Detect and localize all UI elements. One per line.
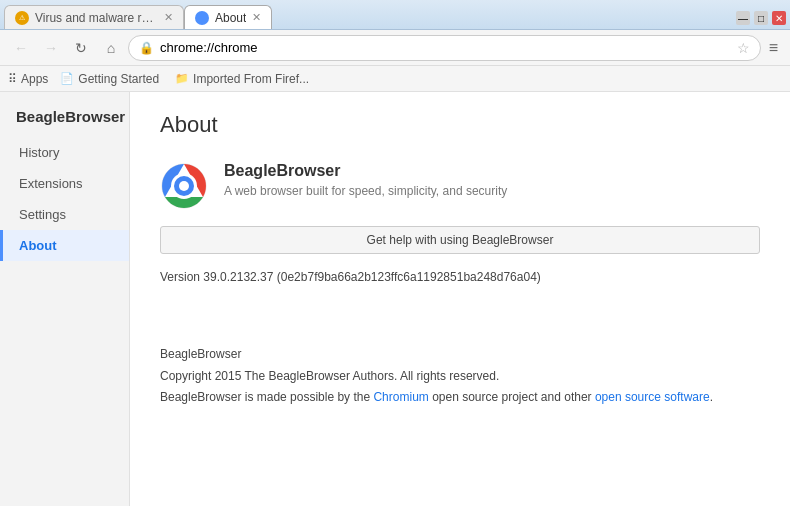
titlebar: ⚠ Virus and malware remov... ✕ About ✕ —… [0, 0, 790, 30]
chromium-link[interactable]: Chromium [373, 390, 428, 404]
open-source-link[interactable]: open source software [595, 390, 710, 404]
url-input[interactable] [160, 40, 731, 55]
bookmarks-bar: ⠿ Apps 📄 Getting Started 📁 Imported From… [0, 66, 790, 92]
apps-grid-icon: ⠿ [8, 72, 17, 86]
apps-label: Apps [21, 72, 48, 86]
sidebar-item-extensions[interactable]: Extensions [0, 168, 129, 199]
version-text: Version 39.0.2132.37 (0e2b7f9ba66a2b123f… [160, 270, 760, 284]
browser-info: BeagleBrowser A web browser built for sp… [160, 162, 760, 210]
address-bar[interactable]: 🔒 ☆ [128, 35, 761, 61]
browser-name: BeagleBrowser [224, 162, 507, 180]
home-button[interactable]: ⌂ [98, 35, 124, 61]
sidebar-item-about[interactable]: About [0, 230, 129, 261]
sidebar-item-history[interactable]: History [0, 137, 129, 168]
minimize-button[interactable]: — [736, 11, 750, 25]
footer-copyright: Copyright 2015 The BeagleBrowser Authors… [160, 366, 760, 388]
tab-2-label: About [215, 11, 246, 25]
window-controls: — □ ✕ [736, 11, 786, 25]
credits-prefix: BeagleBrowser is made possible by the [160, 390, 373, 404]
bookmark-imported[interactable]: 📁 Imported From Firef... [171, 70, 313, 88]
page-title: About [160, 112, 760, 138]
footer-name: BeagleBrowser [160, 344, 760, 366]
browser-desc: A web browser built for speed, simplicit… [224, 184, 507, 198]
reload-button[interactable]: ↻ [68, 35, 94, 61]
help-button[interactable]: Get help with using BeagleBrowser [160, 226, 760, 254]
about-section: BeagleBrowser A web browser built for sp… [160, 162, 760, 409]
back-button[interactable]: ← [8, 35, 34, 61]
footer-section: BeagleBrowser Copyright 2015 The BeagleB… [160, 344, 760, 409]
page: BeagleBrowser History Extensions Setting… [0, 92, 790, 506]
tab-2-icon [195, 11, 209, 25]
tab-2[interactable]: About ✕ [184, 5, 272, 29]
sidebar-item-settings[interactable]: Settings [0, 199, 129, 230]
bookmark-folder-icon: 📁 [175, 72, 189, 85]
footer-credits: BeagleBrowser is made possible by the Ch… [160, 387, 760, 409]
credits-suffix: . [710, 390, 713, 404]
browser-logo [160, 162, 208, 210]
bookmark-getting-started-label: Getting Started [78, 72, 159, 86]
forward-button[interactable]: → [38, 35, 64, 61]
credits-middle: open source project and other [429, 390, 595, 404]
sidebar: BeagleBrowser History Extensions Setting… [0, 92, 130, 506]
close-button[interactable]: ✕ [772, 11, 786, 25]
bookmark-getting-started[interactable]: 📄 Getting Started [56, 70, 163, 88]
bookmark-file-icon: 📄 [60, 72, 74, 85]
browser-text-info: BeagleBrowser A web browser built for sp… [224, 162, 507, 198]
tab-1[interactable]: ⚠ Virus and malware remov... ✕ [4, 5, 184, 29]
lock-icon: 🔒 [139, 41, 154, 55]
tab-1-label: Virus and malware remov... [35, 11, 158, 25]
sidebar-title: BeagleBrowser [0, 100, 129, 137]
tab-1-icon: ⚠ [15, 11, 29, 25]
main-content: About [130, 92, 790, 506]
bookmark-star-icon[interactable]: ☆ [737, 40, 750, 56]
svg-point-3 [179, 181, 189, 191]
tab-1-close[interactable]: ✕ [164, 11, 173, 24]
menu-icon[interactable]: ≡ [765, 35, 782, 61]
maximize-button[interactable]: □ [754, 11, 768, 25]
toolbar: ← → ↻ ⌂ 🔒 ☆ ≡ [0, 30, 790, 66]
tab-2-close[interactable]: ✕ [252, 11, 261, 24]
apps-button[interactable]: ⠿ Apps [8, 72, 48, 86]
bookmark-imported-label: Imported From Firef... [193, 72, 309, 86]
